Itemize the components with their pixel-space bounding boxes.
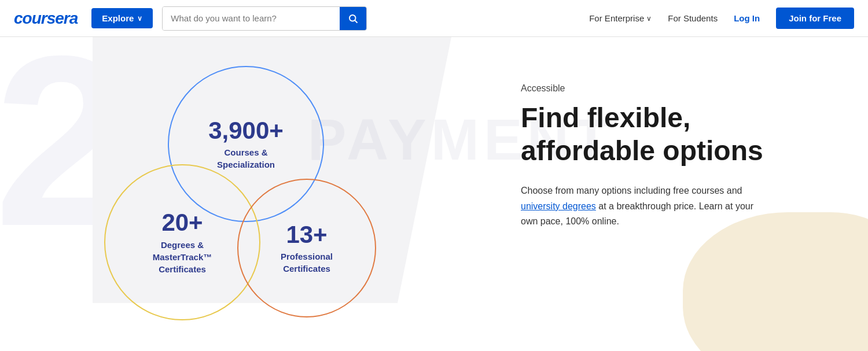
search-icon [348,13,358,24]
students-link[interactable]: For Students [668,13,718,23]
nav-links: For Enterprise ∨ For Students Log In Joi… [589,8,854,29]
enterprise-link[interactable]: For Enterprise ∨ [589,13,652,23]
accessible-label: Accessible [521,83,833,94]
chevron-down-icon: ∨ [137,14,142,23]
svg-point-0 [350,15,356,21]
venn-diagram: 3,900+ Courses & Specialization 20+ Degr… [104,66,440,349]
body-text-1: Choose from many options including free … [521,186,742,195]
circle-certs: 13+ Professional Certificates [237,179,376,317]
hero-blob-decoration [683,212,868,351]
search-bar [162,6,367,31]
search-input[interactable] [163,7,340,30]
certs-label: Professional Certificates [263,250,350,275]
hero-section: 20 3,900+ Courses & Specialization 20+ D… [0,37,868,351]
degrees-label: Degrees & MasterTrack™ Certificates [139,239,226,275]
university-degrees-link[interactable]: university degrees [521,201,596,211]
navbar: coursera Explore ∨ For Enterprise ∨ For … [0,0,868,37]
hero-left: 20 3,900+ Courses & Specialization 20+ D… [0,37,498,351]
headline-line1: Find flexible, [521,102,690,133]
login-link[interactable]: Log In [734,13,760,23]
coursera-logo[interactable]: coursera [14,9,78,28]
headline-line2: affordable options [521,135,763,166]
hero-body-text: Choose from many options including free … [521,183,764,229]
explore-label: Explore [102,13,134,23]
hero-right: Accessible Find flexible, affordable opt… [498,37,868,351]
hero-headline: Find flexible, affordable options [521,102,833,167]
join-button[interactable]: Join for Free [776,8,854,29]
explore-button[interactable]: Explore ∨ [91,8,153,28]
certs-number: 13+ [286,221,327,248]
courses-number: 3,900+ [208,117,284,144]
enterprise-chevron-icon: ∨ [646,14,652,23]
degrees-number: 20+ [161,209,203,236]
courses-label: Courses & Specialization [203,146,289,171]
svg-line-1 [355,20,358,23]
search-button[interactable] [340,7,366,30]
